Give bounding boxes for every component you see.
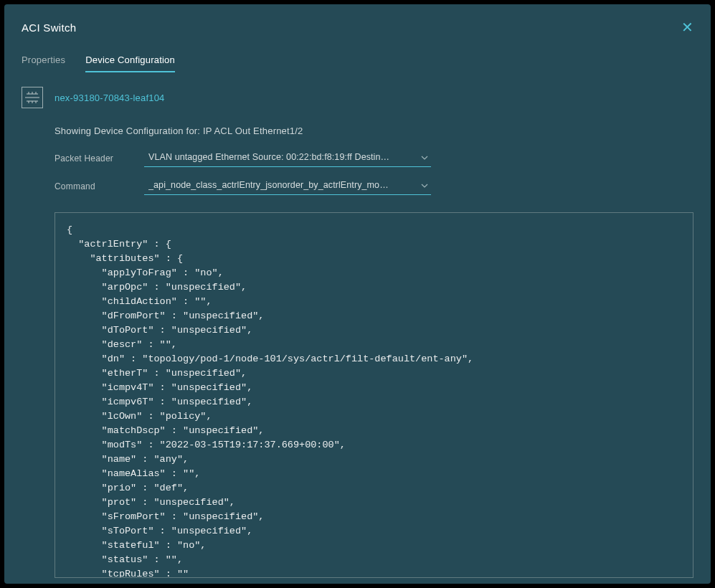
close-icon[interactable]: ✕: [681, 20, 693, 34]
chevron-down-icon: [421, 182, 428, 189]
packet-header-value: VLAN untagged Ethernet Source: 00:22:bd:…: [148, 152, 414, 162]
tab-bar: Properties Device Configuration: [4, 43, 711, 72]
tab-properties[interactable]: Properties: [22, 54, 65, 72]
switch-icon: [22, 87, 43, 108]
command-dropdown[interactable]: _api_node_class_actrlEntry_jsonorder_by_…: [144, 177, 431, 195]
code-output-panel[interactable]: { "actrlEntry" : { "attributes" : { "app…: [55, 212, 693, 578]
config-description: Showing Device Configuration for: IP ACL…: [4, 114, 711, 142]
device-name-link[interactable]: nex-93180-70843-leaf104: [55, 93, 165, 103]
modal-dialog: ACI Switch ✕ Properties Device Configura…: [4, 4, 711, 584]
packet-header-row: Packet Header VLAN untagged Ethernet Sou…: [4, 142, 711, 170]
chevron-down-icon: [421, 154, 428, 161]
code-content: { "actrlEntry" : { "attributes" : { "app…: [67, 223, 681, 578]
packet-header-label: Packet Header: [55, 153, 130, 163]
command-value: _api_node_class_actrlEntry_jsonorder_by_…: [148, 180, 414, 190]
modal-title: ACI Switch: [22, 22, 76, 34]
modal-header: ACI Switch ✕: [4, 4, 711, 43]
packet-header-dropdown[interactable]: VLAN untagged Ethernet Source: 00:22:bd:…: [144, 149, 431, 167]
tab-device-configuration[interactable]: Device Configuration: [85, 54, 175, 72]
command-row: Command _api_node_class_actrlEntry_jsono…: [4, 170, 711, 198]
command-label: Command: [55, 181, 130, 191]
device-row: nex-93180-70843-leaf104: [4, 72, 711, 114]
